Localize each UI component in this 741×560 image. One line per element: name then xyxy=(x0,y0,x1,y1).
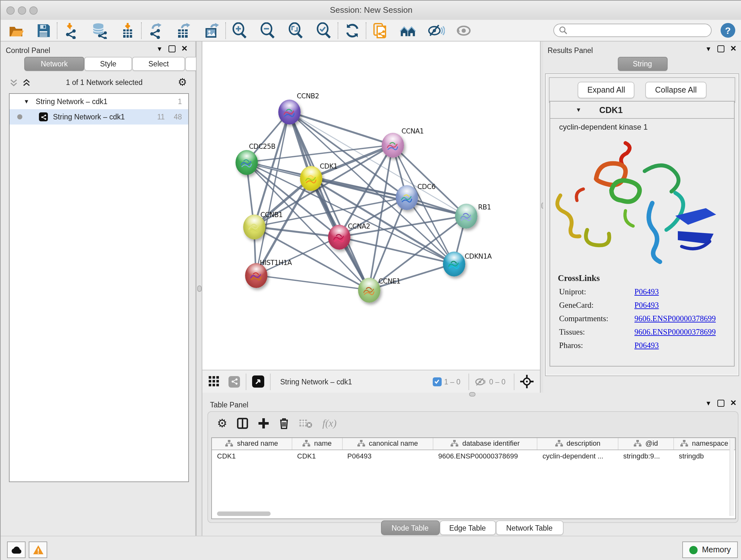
tab-style[interactable]: Style xyxy=(84,57,132,71)
export-table-icon[interactable] xyxy=(175,22,192,39)
fit-selected-crosshair-icon[interactable] xyxy=(520,375,534,388)
search-input[interactable] xyxy=(553,23,712,37)
refresh-icon[interactable] xyxy=(343,22,360,39)
float-panel-icon[interactable]: ▼ xyxy=(705,45,712,52)
tab-select[interactable]: Select xyxy=(132,57,185,71)
left-splitter-grip[interactable] xyxy=(197,286,202,292)
network-node-cdc25b[interactable] xyxy=(235,150,258,175)
selected-checkbox-icon[interactable] xyxy=(433,377,442,386)
gene-collapse-triangle-icon[interactable]: ▼ xyxy=(576,107,582,113)
close-panel-icon[interactable]: ✕ xyxy=(730,398,737,408)
export-image-icon[interactable] xyxy=(203,22,220,39)
network-node-cdkn1a[interactable] xyxy=(443,251,465,276)
network-node-cdk1[interactable] xyxy=(300,166,322,191)
add-column-icon[interactable] xyxy=(258,418,269,429)
tab-string[interactable]: String xyxy=(617,57,667,71)
table-horizontal-scrollbar[interactable] xyxy=(217,511,271,516)
crosslink-uniprot-link[interactable]: P06493 xyxy=(634,287,659,297)
hide-selected-icon[interactable] xyxy=(428,22,445,39)
network-edge[interactable] xyxy=(289,112,369,290)
crosslink-genecard-link[interactable]: P06493 xyxy=(634,301,659,310)
network-row-selected[interactable]: String Network – cdk1 11 48 xyxy=(10,109,188,125)
import-table-icon[interactable] xyxy=(119,22,136,39)
column-header-shared-name[interactable]: shared name xyxy=(212,438,292,450)
float-panel-icon[interactable]: ▼ xyxy=(156,45,163,52)
column-header-database-identifier[interactable]: database identifier xyxy=(433,438,537,450)
network-edge[interactable] xyxy=(289,112,466,216)
table-options-gear-icon[interactable]: ⚙ xyxy=(217,418,227,429)
network-collection-row[interactable]: ▼ String Network – cdk1 1 xyxy=(10,94,188,109)
tab-node-table[interactable]: Node Table xyxy=(381,520,440,535)
zoom-fit-icon[interactable] xyxy=(287,22,305,39)
table-cell[interactable]: cyclin-dependent ... xyxy=(537,450,618,462)
expand-all-button[interactable]: Expand All xyxy=(578,82,635,98)
network-edge[interactable] xyxy=(256,275,369,290)
table-cell[interactable]: CDK1 xyxy=(212,450,292,462)
warnings-button[interactable] xyxy=(29,542,47,558)
delete-table-icon[interactable] xyxy=(299,418,313,428)
close-panel-icon[interactable]: ✕ xyxy=(181,44,188,53)
left-splitter[interactable] xyxy=(196,42,202,536)
network-edge[interactable] xyxy=(369,264,454,290)
network-canvas[interactable]: CCNB2CCNA1CDC25BCDK1CDC6RB1CCNB1CCNA2CDK… xyxy=(202,42,540,370)
network-edge[interactable] xyxy=(289,112,393,145)
close-panel-icon[interactable]: ✕ xyxy=(730,44,737,53)
table-cell[interactable]: stringdb xyxy=(674,450,735,462)
network-options-gear-icon[interactable]: ⚙ xyxy=(178,77,187,87)
column-header--id[interactable]: @id xyxy=(618,438,674,450)
home-networks-icon[interactable] xyxy=(400,22,417,39)
undock-panel-icon[interactable] xyxy=(169,45,176,52)
cloud-button[interactable] xyxy=(7,542,25,558)
crosslink-pharos-link[interactable]: P06493 xyxy=(634,341,659,351)
network-edge[interactable] xyxy=(256,237,339,275)
table-cell[interactable]: CDK1 xyxy=(292,450,342,462)
zoom-selected-icon[interactable] xyxy=(315,22,333,39)
table-row[interactable]: CDK1CDK1P064939606.ENSP00000378699cyclin… xyxy=(212,450,735,462)
collection-expand-triangle-icon[interactable]: ▼ xyxy=(23,98,29,105)
column-header-canonical-name[interactable]: canonical name xyxy=(342,438,433,450)
network-share-view-icon[interactable] xyxy=(228,376,240,387)
help-button[interactable]: ? xyxy=(721,23,735,38)
grid-view-icon[interactable] xyxy=(209,376,219,387)
save-session-icon[interactable] xyxy=(35,22,52,39)
zoom-in-icon[interactable] xyxy=(231,22,248,39)
delete-column-icon[interactable] xyxy=(279,418,289,429)
clone-network-icon[interactable] xyxy=(372,22,389,39)
zoom-out-icon[interactable] xyxy=(259,22,276,39)
float-panel-icon[interactable]: ▼ xyxy=(705,399,712,407)
column-header-name[interactable]: name xyxy=(292,438,342,450)
expand-all-networks-icon[interactable] xyxy=(22,78,30,86)
table-cell[interactable]: stringdb:9... xyxy=(618,450,674,462)
network-node-ccna2[interactable] xyxy=(328,225,350,249)
open-session-icon[interactable] xyxy=(7,22,24,39)
network-node-ccne1[interactable] xyxy=(358,277,380,302)
collapse-all-networks-icon[interactable] xyxy=(10,78,18,86)
horizontal-splitter-grip[interactable] xyxy=(469,392,475,396)
memory-button[interactable]: Memory xyxy=(682,542,738,558)
crosslink-compartments-link[interactable]: 9606.ENSP00000378699 xyxy=(634,314,716,324)
show-all-icon[interactable] xyxy=(456,22,473,39)
column-header-namespace[interactable]: namespace xyxy=(674,438,735,450)
table-cell[interactable]: P06493 xyxy=(342,450,433,462)
network-node-hist1h1a[interactable] xyxy=(245,263,267,288)
import-network-icon[interactable] xyxy=(63,22,80,39)
network-edge[interactable] xyxy=(254,227,339,237)
show-columns-icon[interactable] xyxy=(237,418,248,429)
function-builder-icon[interactable]: f(x) xyxy=(322,418,336,429)
tab-network-table[interactable]: Network Table xyxy=(495,520,563,535)
birds-eye-view-icon[interactable] xyxy=(252,375,264,388)
network-node-ccna1[interactable] xyxy=(381,132,404,158)
column-header-description[interactable]: description xyxy=(537,438,618,450)
network-node-cdc6[interactable] xyxy=(395,185,418,210)
network-node-ccnb2[interactable] xyxy=(278,99,300,124)
network-node-rb1[interactable] xyxy=(455,203,477,228)
export-network-icon[interactable] xyxy=(147,22,164,39)
crosslink-tissues-link[interactable]: 9606.ENSP00000378699 xyxy=(634,327,716,337)
undock-panel-icon[interactable] xyxy=(718,45,724,52)
table-cell[interactable]: 9606.ENSP00000378699 xyxy=(433,450,537,462)
table-vertical-scrollbar[interactable] xyxy=(730,439,734,516)
collapse-all-button[interactable]: Collapse All xyxy=(646,82,706,98)
hidden-eye-slash-icon[interactable] xyxy=(475,377,487,386)
undock-panel-icon[interactable] xyxy=(718,399,724,407)
gene-section-header[interactable]: ▼ CDK1 xyxy=(550,102,734,118)
